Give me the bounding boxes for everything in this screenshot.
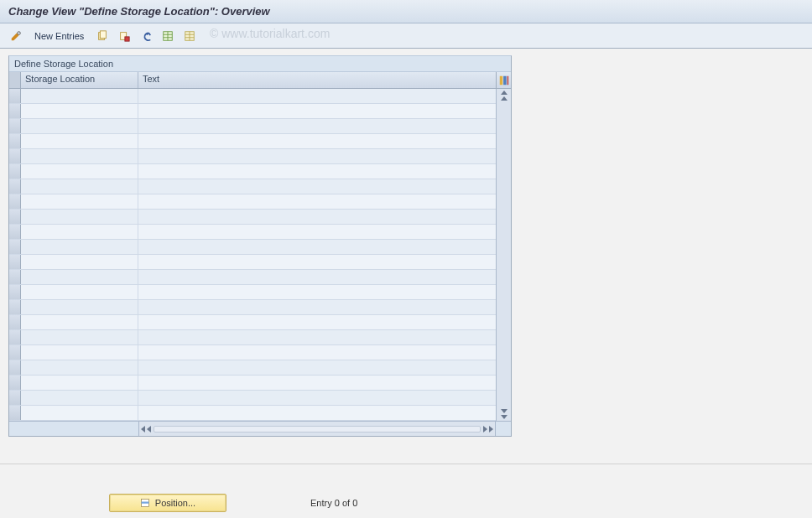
table-row[interactable]: [9, 164, 496, 179]
row-selector[interactable]: [9, 345, 21, 360]
table-row[interactable]: [9, 134, 496, 149]
new-entries-label: New Entries: [34, 31, 84, 41]
entry-status: Entry 0 of 0: [310, 498, 357, 508]
vertical-scrollbar[interactable]: [496, 89, 511, 421]
row-selector[interactable]: [9, 270, 21, 284]
row-selector[interactable]: [9, 179, 21, 194]
svg-rect-13: [499, 75, 502, 85]
row-selector[interactable]: [9, 406, 21, 420]
row-selector[interactable]: [9, 89, 21, 103]
row-selector[interactable]: [9, 285, 21, 299]
table-panel: Define Storage Location Storage Location…: [8, 55, 512, 437]
content-area: Define Storage Location Storage Location…: [0, 49, 812, 464]
table-row[interactable]: [9, 376, 496, 391]
row-selector[interactable]: [9, 225, 21, 239]
row-selector[interactable]: [9, 149, 21, 163]
display-change-toggle-button[interactable]: [7, 28, 25, 44]
delete-red-icon: [118, 30, 130, 42]
undo-icon: [140, 30, 152, 42]
hscroll-track[interactable]: [154, 426, 481, 433]
svg-rect-2: [101, 30, 107, 38]
copy-icon: [96, 30, 108, 42]
table-row[interactable]: [9, 315, 496, 330]
table-yellow-icon: [184, 30, 195, 42]
header-selector-cell[interactable]: [9, 72, 21, 88]
copy-button[interactable]: [93, 28, 112, 44]
table-row[interactable]: [9, 330, 496, 345]
column-header-text[interactable]: Text: [138, 72, 496, 88]
scroll-right-icon[interactable]: [483, 426, 487, 433]
horizontal-scrollbar[interactable]: [138, 422, 496, 436]
svg-point-0: [18, 31, 21, 34]
scroll-top-icon[interactable]: [501, 91, 508, 95]
table-header: Storage Location Text: [9, 72, 511, 89]
row-selector[interactable]: [9, 164, 21, 179]
scroll-first-icon[interactable]: [141, 426, 145, 433]
delete-button[interactable]: [115, 28, 133, 44]
table-config-button[interactable]: [496, 72, 511, 88]
svg-rect-17: [141, 502, 148, 504]
column-header-storage-location[interactable]: Storage Location: [21, 72, 138, 88]
table-row[interactable]: [9, 391, 496, 406]
select-all-button[interactable]: [159, 28, 177, 44]
table-row[interactable]: [9, 149, 496, 164]
table-config-icon: [498, 75, 510, 86]
row-selector[interactable]: [9, 300, 21, 314]
horizontal-scroll-row: [9, 421, 511, 436]
table-body: [9, 89, 496, 421]
table-body-wrap: [9, 89, 511, 421]
svg-rect-15: [507, 75, 508, 85]
panel-title: Define Storage Location: [9, 56, 511, 72]
table-row[interactable]: [9, 210, 496, 225]
scroll-down-icon[interactable]: [501, 409, 508, 413]
scroll-last-icon[interactable]: [489, 426, 493, 433]
table-row[interactable]: [9, 285, 496, 300]
row-selector[interactable]: [9, 210, 21, 224]
page-title: Change View "Define Storage Location": O…: [8, 5, 270, 18]
table-row[interactable]: [9, 179, 496, 194]
table-row[interactable]: [9, 360, 496, 376]
scroll-left-icon[interactable]: [147, 426, 151, 433]
table-row[interactable]: [9, 255, 496, 270]
table-row[interactable]: [9, 270, 496, 285]
row-selector[interactable]: [9, 376, 21, 390]
table-row[interactable]: [9, 194, 496, 210]
scroll-bottom-icon[interactable]: [501, 415, 508, 419]
row-selector[interactable]: [9, 315, 21, 329]
toolbar: New Entries © www.tutorialkart.com: [0, 23, 812, 49]
scroll-up-icon[interactable]: [501, 96, 508, 101]
position-button[interactable]: Position...: [109, 494, 226, 512]
position-button-label: Position...: [155, 498, 195, 508]
row-selector[interactable]: [9, 119, 21, 133]
table-row[interactable]: [9, 119, 496, 134]
table-green-icon: [162, 30, 174, 42]
row-selector[interactable]: [9, 255, 21, 269]
row-selector[interactable]: [9, 134, 21, 148]
table-row[interactable]: [9, 240, 496, 255]
watermark-text: © www.tutorialkart.com: [210, 27, 330, 40]
new-entries-button[interactable]: New Entries: [29, 28, 90, 44]
table-row[interactable]: [9, 89, 496, 104]
table-row[interactable]: [9, 104, 496, 119]
pencil-glasses-icon: [10, 30, 22, 42]
row-selector[interactable]: [9, 360, 21, 375]
row-selector[interactable]: [9, 194, 21, 209]
svg-rect-14: [503, 75, 507, 85]
row-selector[interactable]: [9, 330, 21, 344]
position-icon: [140, 498, 150, 508]
row-selector[interactable]: [9, 240, 21, 254]
row-selector[interactable]: [9, 391, 21, 405]
footer-area: Position... Entry 0 of 0: [0, 464, 812, 518]
table-row[interactable]: [9, 300, 496, 315]
title-bar: Change View "Define Storage Location": O…: [0, 0, 812, 23]
table-row[interactable]: [9, 345, 496, 360]
table-row[interactable]: [9, 406, 496, 421]
svg-rect-4: [125, 36, 129, 40]
table-row[interactable]: [9, 225, 496, 240]
row-selector[interactable]: [9, 104, 21, 118]
undo-button[interactable]: [137, 28, 155, 44]
deselect-all-button[interactable]: [180, 28, 199, 44]
